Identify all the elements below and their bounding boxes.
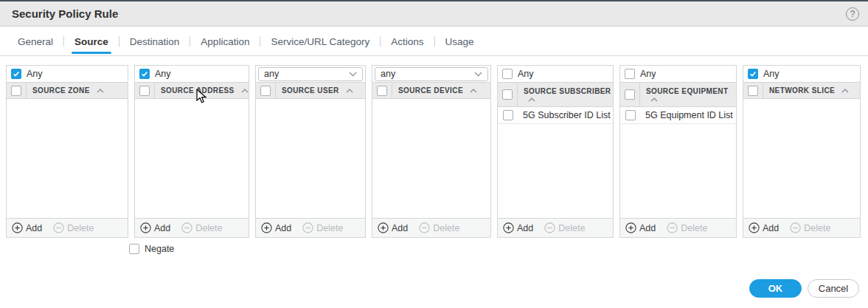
add-button[interactable]: Add	[625, 222, 656, 233]
tab-actions[interactable]: Actions	[388, 27, 426, 56]
tab-service-url-category[interactable]: Service/URL Category	[268, 27, 372, 56]
column-header[interactable]: SOURCE ADDRESS	[135, 82, 249, 99]
dropdown-value: any	[264, 69, 279, 79]
add-button[interactable]: Add	[140, 222, 170, 233]
add-button[interactable]: Add	[749, 222, 779, 233]
sort-asc-icon[interactable]	[470, 89, 477, 93]
select-all-checkbox[interactable]	[377, 86, 387, 96]
minus-circle-icon	[181, 222, 192, 233]
tab-separator	[260, 36, 260, 47]
minus-circle-icon	[544, 222, 555, 233]
column-header[interactable]: NETWORK SLICE	[743, 82, 860, 99]
help-icon[interactable]: ?	[846, 7, 859, 21]
delete-button[interactable]: Delete	[181, 222, 222, 233]
sort-asc-icon[interactable]	[241, 89, 249, 93]
tab-destination[interactable]: Destination	[127, 27, 183, 56]
tab-application[interactable]: Application	[198, 27, 252, 56]
any-label: Any	[518, 69, 534, 79]
cancel-button[interactable]: Cancel	[808, 279, 859, 298]
select-all-checkbox[interactable]	[260, 86, 271, 96]
select-all-checkbox[interactable]	[11, 86, 21, 96]
tab-general[interactable]: General	[15, 27, 56, 56]
delete-button[interactable]: Delete	[544, 222, 585, 233]
column-header[interactable]: SOURCE SUBSCRIBER	[498, 82, 613, 107]
negate-label: Negate	[145, 244, 174, 254]
select-all-checkbox[interactable]	[502, 89, 513, 100]
list-item[interactable]: 5G Equipment ID List	[620, 107, 736, 124]
negate-checkbox[interactable]: Negate	[129, 244, 174, 254]
delete-label: Delete	[558, 223, 585, 233]
select-all-checkbox[interactable]	[625, 89, 635, 100]
plus-circle-icon	[378, 222, 389, 233]
column-title: SOURCE ADDRESS	[161, 86, 235, 95]
source-user-dropdown[interactable]: any	[258, 67, 363, 81]
item-checkbox[interactable]	[625, 110, 636, 120]
plus-circle-icon	[503, 222, 514, 233]
sort-asc-icon[interactable]	[650, 97, 658, 102]
dialog-titlebar: Security Policy Rule	[0, 1, 868, 27]
column-header[interactable]: SOURCE DEVICE	[372, 82, 490, 99]
ok-button[interactable]: OK	[749, 279, 802, 298]
minus-circle-icon	[790, 222, 801, 233]
negate-checkbox-box[interactable]	[129, 244, 139, 254]
select-all-checkbox[interactable]	[139, 86, 150, 96]
tab-separator	[119, 36, 119, 47]
any-checkbox[interactable]	[502, 69, 513, 79]
any-row: Any	[135, 66, 249, 82]
add-button[interactable]: Add	[378, 222, 408, 233]
any-checkbox[interactable]	[625, 69, 635, 79]
column-title: SOURCE SUBSCRIBER	[524, 87, 611, 95]
dialog-title: Security Policy Rule	[12, 7, 118, 20]
add-label: Add	[517, 223, 533, 233]
delete-button[interactable]: Delete	[667, 222, 707, 233]
item-checkbox[interactable]	[503, 110, 513, 120]
delete-label: Delete	[433, 223, 459, 233]
delete-button[interactable]: Delete	[302, 222, 343, 233]
item-label: 5G Equipment ID List	[645, 110, 733, 120]
minus-circle-icon	[419, 222, 430, 233]
tab-source[interactable]: Source	[72, 27, 111, 56]
sort-asc-icon[interactable]	[841, 89, 849, 93]
tab-separator	[190, 36, 190, 47]
add-label: Add	[392, 223, 408, 233]
select-all-checkbox[interactable]	[748, 86, 758, 96]
add-label: Add	[26, 223, 42, 233]
security-policy-rule-dialog: Security Policy Rule ? General Source De…	[0, 0, 868, 308]
sort-asc-icon[interactable]	[528, 97, 535, 102]
source-zone-column: Any SOURCE ZONE Add Delete	[6, 65, 128, 238]
column-header[interactable]: SOURCE USER	[256, 82, 365, 99]
tab-separator	[380, 36, 381, 47]
check-icon	[749, 70, 757, 78]
delete-button[interactable]: Delete	[419, 222, 459, 233]
column-footer: Add Delete	[743, 218, 860, 237]
source-columns: Any SOURCE ZONE Add Delete	[6, 65, 861, 238]
any-checkbox[interactable]	[139, 69, 150, 79]
list-item[interactable]: 5G Subscriber ID List	[498, 107, 613, 124]
column-footer: Add Delete	[7, 218, 128, 237]
column-body	[620, 124, 736, 218]
column-body	[7, 99, 128, 218]
tab-separator	[434, 36, 435, 47]
add-label: Add	[639, 223, 656, 233]
any-checkbox[interactable]	[11, 69, 21, 79]
source-device-dropdown[interactable]: any	[375, 67, 488, 81]
column-header[interactable]: SOURCE ZONE	[7, 82, 128, 99]
add-button[interactable]: Add	[503, 222, 533, 233]
add-button[interactable]: Add	[261, 222, 291, 233]
sort-asc-icon[interactable]	[97, 89, 104, 93]
add-label: Add	[763, 223, 779, 233]
column-footer: Add Delete	[620, 218, 736, 237]
delete-button[interactable]: Delete	[790, 222, 830, 233]
tab-divider	[0, 55, 868, 56]
sort-asc-icon[interactable]	[346, 89, 353, 93]
column-header[interactable]: SOURCE EQUIPMENT	[620, 82, 736, 107]
minus-circle-icon	[302, 222, 313, 233]
plus-circle-icon	[749, 222, 760, 233]
delete-button[interactable]: Delete	[53, 222, 94, 233]
plus-circle-icon	[12, 222, 23, 233]
tab-usage[interactable]: Usage	[442, 27, 477, 56]
add-button[interactable]: Add	[12, 222, 42, 233]
any-checkbox[interactable]	[748, 69, 758, 79]
column-body	[256, 99, 365, 218]
column-title: SOURCE EQUIPMENT	[646, 87, 728, 95]
